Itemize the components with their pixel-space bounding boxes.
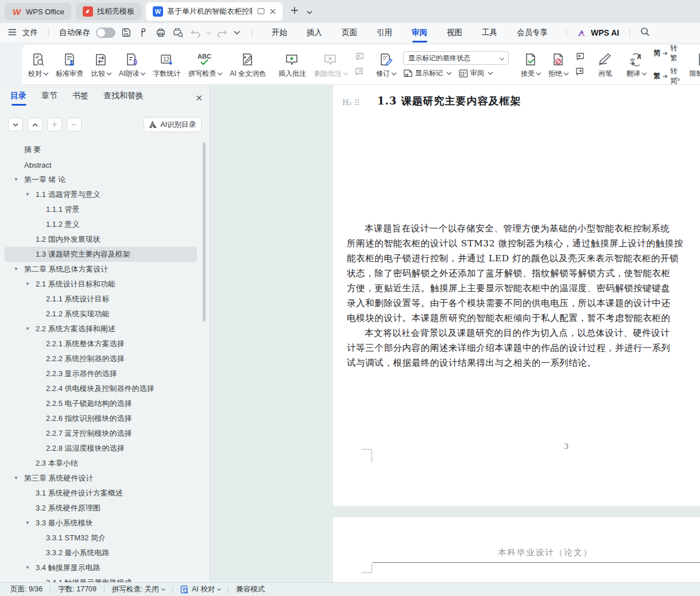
next-comment-icon[interactable] xyxy=(355,67,364,78)
accept-change-button[interactable]: 接受 xyxy=(517,47,544,83)
toc-item[interactable]: 1.1.1 背景 xyxy=(0,202,202,217)
toc-item[interactable]: 3.3.2 最小系统电路 xyxy=(0,545,202,560)
toc-item[interactable]: ▼1.1 选题背景与意义 xyxy=(0,187,202,202)
toc-item[interactable]: 摘 要 xyxy=(0,142,202,157)
reject-change-button[interactable]: 拒绝 xyxy=(544,47,572,83)
toc-item[interactable]: 2.2.2 系统控制器的选择 xyxy=(0,351,202,366)
tab-wps-home[interactable]: W WPS Office xyxy=(5,3,71,20)
page-indicator[interactable]: 页面: 9/36 xyxy=(10,585,42,594)
drag-handle-icon[interactable] xyxy=(355,99,360,106)
ai-read-aloud-button[interactable]: AI朗读 xyxy=(115,47,149,83)
toc-collapse-arrow-icon[interactable]: ▼ xyxy=(14,177,18,182)
ink-pen-button[interactable]: 画笔 xyxy=(593,47,618,83)
tab-document[interactable]: W 基于单片机的智能衣柜控制系 xyxy=(146,2,283,21)
track-changes-button[interactable]: 修订 xyxy=(372,47,400,83)
standard-review-button[interactable]: 标准审查 xyxy=(52,47,87,83)
compare-button[interactable]: 比较 xyxy=(87,47,115,83)
toc-collapse-arrow-icon[interactable]: ▼ xyxy=(25,520,30,525)
toc-collapse-button[interactable] xyxy=(8,118,23,131)
translate-button[interactable]: 文A 翻译 xyxy=(622,47,650,83)
toolbar-more-chevron-icon[interactable] xyxy=(234,30,240,35)
search-icon[interactable] xyxy=(640,27,650,38)
toc-item[interactable]: ▼2.1 系统设计目标和功能 xyxy=(0,277,202,292)
proofread-button[interactable]: 校对 xyxy=(24,47,52,83)
undo-icon[interactable] xyxy=(191,29,200,37)
toc-item[interactable]: ▼第三章 系统硬件设计 xyxy=(0,471,202,486)
restrict-editing-button[interactable]: 限制编辑 xyxy=(686,47,700,83)
word-count-indicator[interactable]: 字数: 17709 xyxy=(58,585,96,594)
sidebar-tab[interactable]: 章节 xyxy=(41,91,57,106)
toc-item[interactable]: ▼第二章 系统总体方案设计 xyxy=(0,262,202,277)
toc-item[interactable]: 1.3 课题研究主要内容及框架 xyxy=(5,247,197,262)
file-menu[interactable]: 文件 xyxy=(22,28,38,38)
new-tab-icon[interactable] xyxy=(291,6,299,17)
float-window-icon[interactable] xyxy=(257,7,265,16)
toc-item[interactable]: 1.1.2 意义 xyxy=(0,217,202,232)
toc-zoom-out-button[interactable] xyxy=(67,118,82,131)
toc-item[interactable]: ▼3.3 最小系统模块 xyxy=(0,516,202,531)
ai-proofread-status[interactable]: AI 校对 xyxy=(180,585,221,594)
hamburger-menu-icon[interactable] xyxy=(8,29,17,37)
toc-item[interactable]: 3.4.1 触摸显示屏电路组成 xyxy=(0,575,202,582)
toc-collapse-arrow-icon[interactable]: ▼ xyxy=(25,192,30,197)
menu-item[interactable]: 页面 xyxy=(342,25,357,40)
ai-recognize-toc-button[interactable]: AI识别目录 xyxy=(144,117,202,132)
menu-item[interactable]: 引用 xyxy=(377,25,392,40)
menu-item[interactable]: 开始 xyxy=(272,25,287,40)
group-expand-icon[interactable] xyxy=(675,76,680,82)
toc-item[interactable]: 2.1.2 系统实现功能 xyxy=(0,307,202,322)
undo-chevron-icon[interactable] xyxy=(207,30,211,34)
menu-item[interactable]: 会员专享 xyxy=(517,25,548,40)
toc-collapse-arrow-icon[interactable]: ▼ xyxy=(14,475,18,481)
sidebar-scrollbar[interactable] xyxy=(203,142,206,322)
show-markup-button[interactable]: 显示标记 xyxy=(403,68,451,78)
spell-check-button[interactable]: ABC 拼写检查 xyxy=(184,47,226,83)
toc-item[interactable]: 2.1.1 系统设计目标 xyxy=(0,292,202,307)
tab-list-chevron-icon[interactable] xyxy=(307,6,312,17)
sidebar-tab[interactable]: 查找和替换 xyxy=(103,91,144,106)
toc-item[interactable]: 2.2.7 蓝牙控制模块的选择 xyxy=(0,426,202,441)
toc-collapse-arrow-icon[interactable]: ▼ xyxy=(14,266,18,272)
toc-item[interactable]: ▼3.4 触摸屏显示电路 xyxy=(0,560,202,575)
toc-zoom-in-button[interactable] xyxy=(47,118,62,131)
toc-item[interactable]: ▼第一章 绪 论 xyxy=(0,172,202,187)
menu-item[interactable]: 工具 xyxy=(482,25,497,40)
print-icon[interactable] xyxy=(156,28,166,38)
delete-comment-button[interactable]: 删除批注 xyxy=(310,47,351,83)
sidebar-tab[interactable]: 目录 xyxy=(10,91,26,106)
markup-state-dropdown[interactable]: 显示标记的最终状态 xyxy=(403,51,509,65)
previous-change-icon[interactable] xyxy=(575,52,585,63)
toc-item[interactable]: 1.2 国内外发展现状 xyxy=(0,232,202,247)
toc-item[interactable]: 3.2 系统硬件原理图 xyxy=(0,501,202,516)
insert-comment-button[interactable]: 插入批注 xyxy=(274,47,310,83)
previous-comment-icon[interactable] xyxy=(355,52,364,63)
save-icon[interactable] xyxy=(121,28,132,38)
close-tab-icon[interactable] xyxy=(270,7,276,16)
toc-item[interactable]: 2.2.6 指纹识别模块的选择 xyxy=(0,411,202,426)
menu-item[interactable]: 审阅 xyxy=(412,25,427,40)
document-page-current[interactable]: H₂ 1.3 课题研究主要内容及框架 本课题旨在设计一个以存储安全、管理方便为基… xyxy=(333,85,700,506)
sidebar-close-icon[interactable]: ✕ xyxy=(195,93,203,103)
toc-item[interactable]: 2.2.4 供电模块及控制器件的选择 xyxy=(0,381,202,396)
heading-level-marker[interactable]: H₂ xyxy=(342,98,360,107)
menu-item[interactable]: 视图 xyxy=(447,25,462,40)
toc-item[interactable]: 2.2.3 显示器件的选择 xyxy=(0,366,202,381)
spell-check-status[interactable]: 拼写检查: 关闭 xyxy=(112,585,165,594)
toc-collapse-arrow-icon[interactable]: ▼ xyxy=(25,326,30,331)
document-page-next[interactable]: 本科毕业设计（论文） xyxy=(333,517,700,582)
toc-item[interactable]: 3.3.1 STM32 简介 xyxy=(0,531,202,545)
toc-expand-button[interactable] xyxy=(28,118,42,131)
menu-item[interactable]: 插入 xyxy=(307,25,322,40)
review-pane-button[interactable]: 审阅 xyxy=(459,68,492,78)
autosave-toggle[interactable] xyxy=(96,28,115,38)
traditional-to-simplified-button[interactable]: 繁 转简 xyxy=(653,67,678,86)
tab-docer-templates[interactable]: 找稻壳模板 xyxy=(76,3,141,20)
toc-item[interactable]: Abstract xyxy=(0,157,202,172)
sidebar-tab[interactable]: 书签 xyxy=(72,91,88,106)
simplified-to-traditional-button[interactable]: 简 转繁 xyxy=(653,45,678,63)
ai-polish-button[interactable]: AI 全文润色 xyxy=(226,47,270,83)
export-pdf-icon[interactable] xyxy=(138,28,149,38)
toc-collapse-arrow-icon[interactable]: ▼ xyxy=(25,281,30,287)
toc-collapse-arrow-icon[interactable]: ▼ xyxy=(25,565,30,570)
wps-ai-button[interactable]: WPS AI xyxy=(577,28,619,37)
